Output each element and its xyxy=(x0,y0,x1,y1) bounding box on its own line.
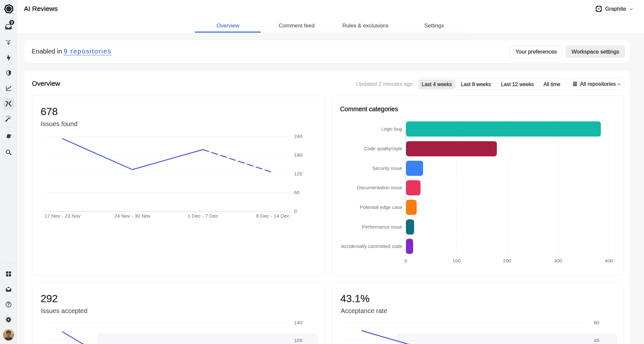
svg-text:105: 105 xyxy=(294,338,302,343)
svg-text:0: 0 xyxy=(294,208,297,214)
svg-text:Documentation issue: Documentation issue xyxy=(357,185,402,190)
svg-text:8 Dec - 14 Dec: 8 Dec - 14 Dec xyxy=(256,213,289,219)
svg-text:1 Dec - 7 Dec: 1 Dec - 7 Dec xyxy=(188,213,218,219)
svg-text:Performance issue: Performance issue xyxy=(362,224,402,230)
svg-text:17 Nov - 23 Nov: 17 Nov - 23 Nov xyxy=(44,213,80,219)
svg-text:0: 0 xyxy=(404,258,407,263)
svg-text:60: 60 xyxy=(594,320,600,325)
svg-text:Accidentally committed code: Accidentally committed code xyxy=(341,243,402,249)
svg-text:100: 100 xyxy=(452,258,461,263)
svg-text:400: 400 xyxy=(605,258,613,263)
svg-text:60: 60 xyxy=(294,190,300,195)
svg-text:Code quality/style: Code quality/style xyxy=(364,146,402,151)
svg-text:Logic bug: Logic bug xyxy=(381,126,402,132)
svg-text:Security issue: Security issue xyxy=(372,165,402,171)
svg-text:300: 300 xyxy=(554,258,562,263)
svg-text:45: 45 xyxy=(594,338,599,343)
svg-text:24 Nov - 30 Nov: 24 Nov - 30 Nov xyxy=(114,213,150,219)
svg-text:200: 200 xyxy=(503,258,511,263)
svg-text:240: 240 xyxy=(294,133,302,139)
svg-text:140: 140 xyxy=(294,320,302,325)
svg-text:120: 120 xyxy=(294,171,302,176)
svg-text:Potential edge case: Potential edge case xyxy=(360,204,402,210)
svg-text:180: 180 xyxy=(294,152,302,158)
